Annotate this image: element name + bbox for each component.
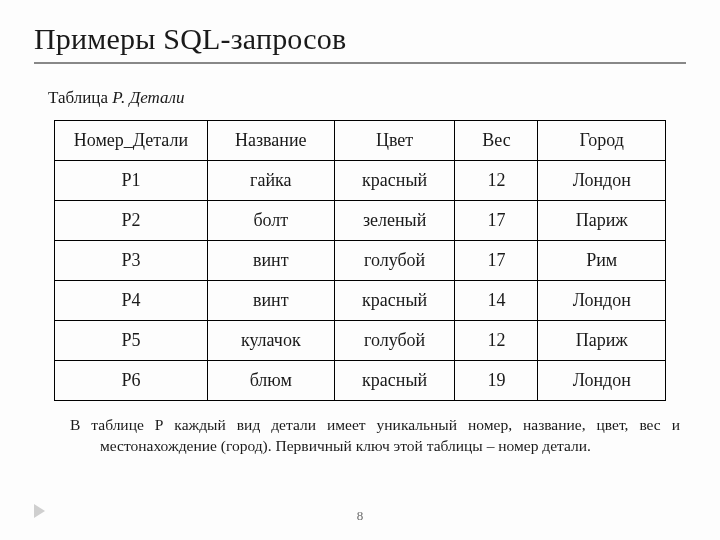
cell-color: зеленый [334, 201, 455, 241]
cell-name: винт [207, 281, 334, 321]
cell-city: Париж [538, 321, 666, 361]
col-header-name: Название [207, 121, 334, 161]
table-row: Р4 винт красный 14 Лондон [55, 281, 666, 321]
cell-name: гайка [207, 161, 334, 201]
page-number: 8 [0, 508, 720, 524]
table-label-name: Р. Детали [112, 88, 184, 107]
title-rule [34, 62, 686, 64]
table-label-prefix: Таблица [48, 88, 112, 107]
cell-weight: 19 [455, 361, 538, 401]
cell-name: болт [207, 201, 334, 241]
cell-city: Париж [538, 201, 666, 241]
cell-color: голубой [334, 321, 455, 361]
slide: Примеры SQL-запросов Таблица Р. Детали Н… [0, 0, 720, 540]
col-header-color: Цвет [334, 121, 455, 161]
table-row: Р2 болт зеленый 17 Париж [55, 201, 666, 241]
table-body: Р1 гайка красный 12 Лондон Р2 болт зелен… [55, 161, 666, 401]
slide-title: Примеры SQL-запросов [34, 22, 686, 56]
table-row: Р1 гайка красный 12 Лондон [55, 161, 666, 201]
cell-city: Лондон [538, 361, 666, 401]
col-header-weight: Вес [455, 121, 538, 161]
cell-weight: 12 [455, 321, 538, 361]
cell-weight: 12 [455, 161, 538, 201]
cell-weight: 17 [455, 241, 538, 281]
cell-name: винт [207, 241, 334, 281]
table-row: Р3 винт голубой 17 Рим [55, 241, 666, 281]
col-header-city: Город [538, 121, 666, 161]
cell-color: красный [334, 161, 455, 201]
cell-id: Р5 [55, 321, 208, 361]
cell-color: красный [334, 281, 455, 321]
cell-id: Р2 [55, 201, 208, 241]
table-caption: В таблице Р каждый вид детали имеет уник… [40, 415, 680, 457]
cell-id: Р6 [55, 361, 208, 401]
cell-name: кулачок [207, 321, 334, 361]
cell-color: красный [334, 361, 455, 401]
cell-name: блюм [207, 361, 334, 401]
table-header-row: Номер_Детали Название Цвет Вес Город [55, 121, 666, 161]
table-row: Р6 блюм красный 19 Лондон [55, 361, 666, 401]
cell-city: Рим [538, 241, 666, 281]
cell-city: Лондон [538, 281, 666, 321]
col-header-id: Номер_Детали [55, 121, 208, 161]
table-row: Р5 кулачок голубой 12 Париж [55, 321, 666, 361]
cell-id: Р1 [55, 161, 208, 201]
cell-id: Р4 [55, 281, 208, 321]
cell-city: Лондон [538, 161, 666, 201]
table-label: Таблица Р. Детали [48, 88, 686, 108]
parts-table: Номер_Детали Название Цвет Вес Город Р1 … [54, 120, 666, 401]
cell-id: Р3 [55, 241, 208, 281]
cell-weight: 17 [455, 201, 538, 241]
cell-weight: 14 [455, 281, 538, 321]
cell-color: голубой [334, 241, 455, 281]
